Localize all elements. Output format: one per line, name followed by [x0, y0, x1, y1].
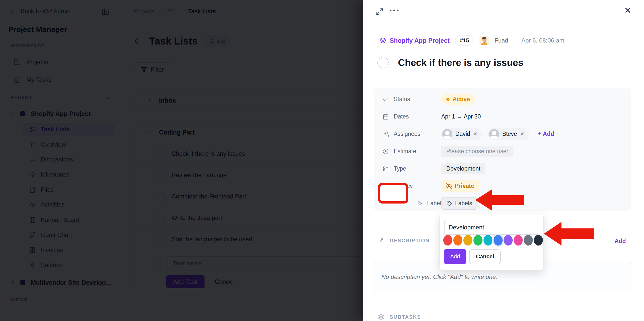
- description-heading-label: DESCRIPTION: [390, 238, 430, 244]
- subtasks-heading-label: SUBTASKS: [390, 314, 421, 320]
- color-swatch[interactable]: [504, 235, 513, 246]
- status-badge[interactable]: Active: [441, 94, 475, 105]
- remove-assignee-button[interactable]: ✕: [520, 131, 525, 137]
- popover-divider: [444, 218, 539, 218]
- assignee-avatar: [489, 129, 499, 139]
- app-root: Back to WP Admin Project Manager WORKSPA…: [0, 0, 644, 321]
- modal-dim-overlay[interactable]: [0, 0, 363, 321]
- dates-value[interactable]: Apr 1 → Apr 30: [441, 113, 481, 120]
- task-complete-circle[interactable]: [377, 57, 389, 68]
- labels-button-label: Labels: [455, 200, 472, 207]
- close-panel-button[interactable]: ✕: [624, 6, 631, 15]
- popover-cancel-button[interactable]: Cancel: [469, 249, 501, 264]
- annotation-red-rectangle: [378, 183, 408, 204]
- arrow-tail: [492, 195, 524, 205]
- field-label: Dates: [394, 113, 409, 120]
- field-row-estimate: Estimate Please choose one user: [374, 143, 631, 160]
- color-swatch[interactable]: [494, 235, 503, 246]
- assignee-name: Steve: [502, 131, 517, 137]
- arrow-head: [475, 189, 492, 211]
- field-label: Status: [394, 96, 410, 103]
- assignee-avatar: [442, 129, 452, 139]
- color-swatch[interactable]: [514, 235, 523, 246]
- created-timestamp: Apr 6, 08:06 am: [521, 37, 564, 44]
- panel-header: ✕: [363, 0, 644, 23]
- arrow-tail: [561, 228, 594, 239]
- field-label: Label: [427, 200, 441, 207]
- author-avatar: [479, 36, 489, 45]
- privacy-badge[interactable]: Private: [441, 180, 479, 192]
- task-meta-row: Shopify App Project #15 Fuad · Apr 6, 08…: [380, 35, 564, 46]
- list-type-icon: [383, 166, 389, 172]
- field-label: Type: [394, 165, 406, 172]
- task-title-row: Check if there is any issues: [377, 57, 523, 68]
- color-swatch[interactable]: [524, 235, 533, 246]
- subtasks-heading: SUBTASKS: [378, 314, 421, 320]
- calendar-icon: [383, 114, 389, 120]
- users-icon: [383, 131, 389, 137]
- maximize-icon: [375, 7, 384, 16]
- description-heading: DESCRIPTION: [378, 237, 430, 244]
- assignee-chip-steve: Steve ✕: [488, 128, 529, 140]
- more-options-button[interactable]: [390, 10, 398, 11]
- project-link[interactable]: Shopify App Project: [380, 37, 450, 44]
- meta-separator: ·: [514, 37, 516, 44]
- add-assignee-button[interactable]: + Add: [538, 131, 554, 137]
- labels-popover: Add Cancel: [439, 214, 544, 270]
- check-icon: [383, 96, 389, 102]
- remove-assignee-button[interactable]: ✕: [473, 131, 478, 137]
- field-row-status: Status Active: [374, 91, 631, 108]
- label-color-swatches: [443, 235, 541, 246]
- clock-icon: [383, 148, 389, 154]
- status-value: Active: [453, 96, 470, 103]
- layers-icon: [380, 37, 386, 44]
- eye-off-icon: [446, 183, 452, 189]
- color-swatch[interactable]: [484, 235, 493, 246]
- labels-button[interactable]: Labels: [441, 197, 477, 210]
- expand-button[interactable]: [375, 7, 384, 16]
- project-link-label: Shopify App Project: [390, 37, 450, 44]
- task-title: Check if there is any issues: [398, 57, 523, 68]
- privacy-value: Private: [455, 183, 474, 189]
- arrow-head: [544, 222, 561, 246]
- task-detail-panel: ✕ Shopify App Project #15 Fuad · Apr 6, …: [363, 0, 644, 321]
- field-row-type: Type Development: [374, 160, 631, 177]
- assignee-chip-david: David ✕: [441, 128, 482, 140]
- author-name: Fuad: [495, 37, 508, 44]
- type-value[interactable]: Development: [441, 163, 486, 174]
- popover-add-button[interactable]: Add: [444, 249, 466, 264]
- field-row-dates: Dates Apr 1 → Apr 30: [374, 108, 631, 125]
- color-swatch[interactable]: [534, 235, 543, 246]
- field-label: Assignees: [394, 131, 420, 137]
- annotation-arrow-labels-button: [475, 189, 524, 211]
- task-number-badge: #15: [455, 35, 474, 46]
- color-swatch[interactable]: [443, 235, 452, 246]
- field-label: Estimate: [394, 148, 416, 155]
- label-name-input[interactable]: [444, 220, 539, 235]
- color-swatch[interactable]: [463, 235, 472, 246]
- tag-icon: [418, 200, 422, 207]
- annotation-arrow-color-picker: [544, 222, 594, 246]
- add-description-button[interactable]: Add: [615, 238, 626, 245]
- assignee-name: David: [455, 131, 470, 137]
- description-empty-text: No description yet. Click "Add" to write…: [381, 273, 497, 280]
- field-row-assignees: Assignees David ✕ Steve ✕ + Add: [374, 125, 631, 143]
- color-swatch[interactable]: [453, 235, 462, 246]
- layers-icon: [378, 314, 384, 320]
- color-swatch[interactable]: [473, 235, 482, 246]
- document-icon: [378, 237, 384, 244]
- section-divider: [374, 306, 631, 306]
- avatar-illustration: [479, 36, 489, 45]
- estimate-value[interactable]: Please choose one user: [441, 146, 513, 157]
- tag-icon: [447, 201, 452, 206]
- status-dot: [446, 98, 450, 101]
